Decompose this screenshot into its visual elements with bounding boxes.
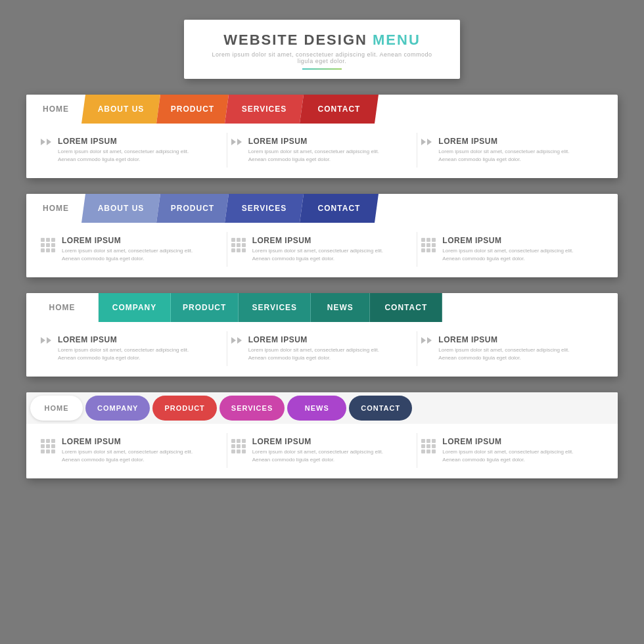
nav-content-1: LOREM IPSUM Lorem ipsum dolor sit amet, … <box>26 124 618 178</box>
content-text-2-2: LOREM IPSUM Lorem ipsum dolor sit amet, … <box>252 236 383 263</box>
content-text-1-3: LOREM IPSUM Lorem ipsum dolor sit amet, … <box>438 137 569 164</box>
nav-tab-contact-4[interactable]: CONTACT <box>349 396 412 421</box>
content-text-3-1: LOREM IPSUM Lorem ipsum dolor sit amet, … <box>58 335 189 362</box>
content-title-1-3: LOREM IPSUM <box>438 137 569 146</box>
arrow-icon-5 <box>231 337 242 344</box>
nav-bar-1: HOME ABOUT US PRODUCT SERVICES CONTACT L… <box>26 95 618 178</box>
content-text-2-1: LOREM IPSUM Lorem ipsum dolor sit amet, … <box>62 236 193 263</box>
nav-tab-company-3[interactable]: COMPANY <box>99 293 171 322</box>
nav-tab-home-1[interactable]: HOME <box>26 95 85 124</box>
grid-icon-5 <box>231 439 246 453</box>
content-item-4-2: LOREM IPSUM Lorem ipsum dolor sit amet, … <box>227 433 418 468</box>
nav-tab-aboutus-2[interactable]: ABOUT US <box>81 194 160 223</box>
content-item-2-2: LOREM IPSUM Lorem ipsum dolor sit amet, … <box>227 232 418 267</box>
nav-tab-home-2[interactable]: HOME <box>26 194 85 223</box>
arrow-icon-1 <box>41 139 51 145</box>
nav-tab-company-4[interactable]: COMPANY <box>85 396 150 421</box>
content-item-1-1: LOREM IPSUM Lorem ipsum dolor sit amet, … <box>37 133 227 168</box>
content-body-4-3: Lorem ipsum dolor sit amet, consectetuer… <box>442 448 573 464</box>
content-body-4-2: Lorem ipsum dolor sit amet, consectetuer… <box>252 448 383 464</box>
content-title-1-2: LOREM IPSUM <box>248 137 379 146</box>
content-body-4-1: Lorem ipsum dolor sit amet, consectetuer… <box>62 448 193 464</box>
content-title-2-3: LOREM IPSUM <box>442 236 573 245</box>
grid-icon-6 <box>421 439 436 453</box>
content-title-3-1: LOREM IPSUM <box>58 335 189 344</box>
content-body-2-2: Lorem ipsum dolor sit amet, consectetuer… <box>252 247 383 263</box>
header-title: WEBSITE DESIGN MENU <box>204 32 440 49</box>
nav-bar-3: HOME COMPANY PRODUCT SERVICES NEWS CONTA… <box>26 293 618 377</box>
nav-tab-services-1[interactable]: SERVICES <box>225 95 304 124</box>
content-item-3-2: LOREM IPSUM Lorem ipsum dolor sit amet, … <box>227 331 418 366</box>
content-body-1-3: Lorem ipsum dolor sit amet, consectetuer… <box>438 148 569 164</box>
nav-tabs-1: HOME ABOUT US PRODUCT SERVICES CONTACT <box>26 95 618 124</box>
content-title-4-2: LOREM IPSUM <box>252 437 383 446</box>
nav-tab-contact-3[interactable]: CONTACT <box>370 293 442 322</box>
nav-tab-services-3[interactable]: SERVICES <box>239 293 311 322</box>
content-title-2-2: LOREM IPSUM <box>252 236 383 245</box>
nav-content-3: LOREM IPSUM Lorem ipsum dolor sit amet, … <box>26 322 618 377</box>
nav-bar-2: HOME ABOUT US PRODUCT SERVICES CONTACT L… <box>26 194 618 277</box>
nav-tab-aboutus-1[interactable]: ABOUT US <box>81 95 160 124</box>
content-item-3-3: LOREM IPSUM Lorem ipsum dolor sit amet, … <box>417 331 607 366</box>
nav-tab-product-3[interactable]: PRODUCT <box>171 293 239 322</box>
content-item-3-1: LOREM IPSUM Lorem ipsum dolor sit amet, … <box>37 331 227 366</box>
content-body-3-1: Lorem ipsum dolor sit amet, consectetuer… <box>58 346 189 362</box>
content-body-2-1: Lorem ipsum dolor sit amet, consectetuer… <box>62 247 193 263</box>
content-item-2-1: LOREM IPSUM Lorem ipsum dolor sit amet, … <box>37 232 227 267</box>
nav-bar-4: HOME COMPANY PRODUCT SERVICES NEWS CONTA… <box>26 392 618 478</box>
content-item-4-3: LOREM IPSUM Lorem ipsum dolor sit amet, … <box>417 433 607 468</box>
arrow-icon-6 <box>421 337 432 344</box>
content-text-1-2: LOREM IPSUM Lorem ipsum dolor sit amet, … <box>248 137 379 164</box>
content-item-4-1: LOREM IPSUM Lorem ipsum dolor sit amet, … <box>37 433 227 468</box>
content-body-1-1: Lorem ipsum dolor sit amet, consectetuer… <box>58 148 189 164</box>
grid-icon-3 <box>421 238 436 252</box>
content-title-1-1: LOREM IPSUM <box>58 137 189 146</box>
header-card: WEBSITE DESIGN MENU Lorem ipsum dolor si… <box>184 20 460 79</box>
nav-tab-product-4[interactable]: PRODUCT <box>152 396 216 421</box>
arrow-icon-3 <box>421 139 432 145</box>
content-text-4-3: LOREM IPSUM Lorem ipsum dolor sit amet, … <box>442 437 573 464</box>
content-text-3-2: LOREM IPSUM Lorem ipsum dolor sit amet, … <box>248 335 379 362</box>
header-line <box>302 68 342 70</box>
content-text-3-3: LOREM IPSUM Lorem ipsum dolor sit amet, … <box>438 335 569 362</box>
content-body-3-2: Lorem ipsum dolor sit amet, consectetuer… <box>248 346 379 362</box>
content-text-2-3: LOREM IPSUM Lorem ipsum dolor sit amet, … <box>442 236 573 263</box>
content-item-2-3: LOREM IPSUM Lorem ipsum dolor sit amet, … <box>417 232 607 267</box>
content-text-1-1: LOREM IPSUM Lorem ipsum dolor sit amet, … <box>58 137 189 164</box>
content-text-4-1: LOREM IPSUM Lorem ipsum dolor sit amet, … <box>62 437 193 464</box>
nav-tab-product-2[interactable]: PRODUCT <box>156 194 229 223</box>
content-title-3-3: LOREM IPSUM <box>438 335 569 344</box>
nav-tab-home-3[interactable]: HOME <box>26 293 99 322</box>
content-body-1-2: Lorem ipsum dolor sit amet, consectetuer… <box>248 148 379 164</box>
content-title-4-1: LOREM IPSUM <box>62 437 193 446</box>
nav-tab-news-3[interactable]: NEWS <box>311 293 370 322</box>
nav-tabs-2: HOME ABOUT US PRODUCT SERVICES CONTACT <box>26 194 618 223</box>
nav-tabs-4: HOME COMPANY PRODUCT SERVICES NEWS CONTA… <box>26 392 618 424</box>
content-body-3-3: Lorem ipsum dolor sit amet, consectetuer… <box>438 346 569 362</box>
nav-tabs-3: HOME COMPANY PRODUCT SERVICES NEWS CONTA… <box>26 293 618 322</box>
nav-content-4: LOREM IPSUM Lorem ipsum dolor sit amet, … <box>26 424 618 478</box>
content-text-4-2: LOREM IPSUM Lorem ipsum dolor sit amet, … <box>252 437 383 464</box>
nav-tab-services-4[interactable]: SERVICES <box>219 396 285 421</box>
arrow-icon-4 <box>41 337 51 344</box>
grid-icon-4 <box>41 439 55 453</box>
content-item-1-2: LOREM IPSUM Lorem ipsum dolor sit amet, … <box>227 133 418 168</box>
nav-tab-home-4[interactable]: HOME <box>30 396 83 421</box>
arrow-icon-2 <box>231 139 242 145</box>
content-title-4-3: LOREM IPSUM <box>442 437 573 446</box>
content-title-2-1: LOREM IPSUM <box>62 236 193 245</box>
nav-tab-product-1[interactable]: PRODUCT <box>156 95 229 124</box>
content-item-1-3: LOREM IPSUM Lorem ipsum dolor sit amet, … <box>417 133 607 168</box>
nav-content-2: LOREM IPSUM Lorem ipsum dolor sit amet, … <box>26 223 618 277</box>
nav-tab-services-2[interactable]: SERVICES <box>225 194 304 223</box>
nav-tab-contact-2[interactable]: CONTACT <box>300 194 379 223</box>
header-subtitle: Lorem ipsum dolor sit amet, consectetuer… <box>204 51 440 64</box>
nav-tab-contact-1[interactable]: CONTACT <box>300 95 379 124</box>
grid-icon-2 <box>231 238 246 252</box>
nav-tab-news-4[interactable]: NEWS <box>287 396 346 421</box>
content-title-3-2: LOREM IPSUM <box>248 335 379 344</box>
content-body-2-3: Lorem ipsum dolor sit amet, consectetuer… <box>442 247 573 263</box>
grid-icon-1 <box>41 238 55 252</box>
